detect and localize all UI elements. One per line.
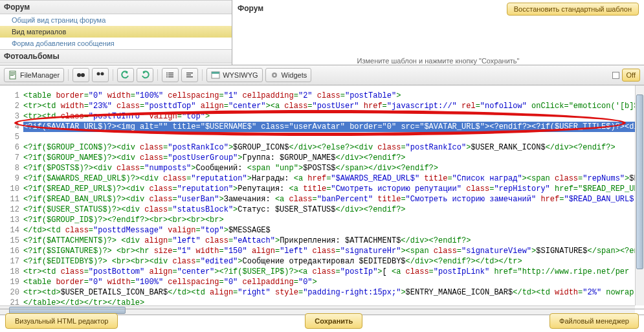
file-manager-label: FileManager (20, 71, 60, 79)
file-manager-button[interactable]: FileManager (4, 68, 64, 82)
wysiwyg-icon (211, 71, 220, 80)
svg-point-6 (97, 72, 100, 76)
svg-rect-3 (10, 75, 14, 76)
toolbar-sep (202, 69, 203, 81)
redo-button[interactable] (137, 68, 153, 82)
code-line[interactable]: </td><td class="posttdMessage" valign="t… (23, 225, 644, 236)
editor-toolbar: FileManager WYSIWYG Widgets Off (0, 65, 644, 85)
save-button[interactable]: Сохранить (305, 313, 362, 329)
code-line[interactable]: <tr><td>$USER_DETAILS_ICON_BAR$</td><td … (23, 287, 644, 298)
svg-rect-14 (186, 72, 193, 74)
widgets-label: Widgets (282, 71, 307, 79)
toolbar-sep (68, 69, 69, 81)
file-icon (8, 71, 17, 80)
undo-icon (121, 71, 130, 80)
code-line[interactable]: <?if($READ_REP_URL$)?><div class="reputa… (23, 184, 644, 194)
svg-rect-15 (186, 74, 191, 76)
code-line[interactable]: <?if($AVATAR_URL$)?><img alt="" title="$… (23, 122, 644, 132)
svg-rect-10 (168, 76, 173, 78)
section-forum[interactable]: Форум (0, 0, 232, 14)
scroll-thumb-v[interactable] (636, 94, 643, 269)
svg-point-12 (166, 74, 168, 76)
widgets-button[interactable]: Widgets (265, 68, 312, 82)
svg-rect-1 (10, 72, 15, 73)
svg-point-13 (166, 76, 168, 78)
svg-point-7 (101, 72, 104, 76)
align-button[interactable] (181, 68, 198, 82)
bottom-bar: Визуальный HTML редактор Сохранить Файло… (0, 309, 644, 332)
line-numbers: 123456789101112131415161718192021 (0, 85, 23, 315)
wysiwyg-button[interactable]: WYSIWYG (206, 68, 262, 82)
binoculars-icon (76, 71, 85, 80)
toolbar-sep (157, 69, 158, 81)
code-line[interactable]: <?if($EDITEDBY$)?> <br><br><div class="e… (23, 256, 644, 267)
replace-icon (96, 71, 105, 80)
code-line[interactable]: <?if($POSTS$)?><div class="numposts">Соо… (23, 163, 644, 173)
redo-icon (140, 71, 150, 80)
visual-editor-button[interactable]: Визуальный HTML редактор (5, 313, 118, 329)
wysiwyg-label: WYSIWYG (223, 71, 258, 79)
svg-rect-9 (168, 74, 173, 76)
code-line[interactable]: <?if($GROUP_ID$)?><?endif?><br><br><br><… (23, 215, 644, 225)
code-line[interactable]: <?if($AWARDS_READ_URL$)?><div class="rep… (23, 173, 644, 184)
svg-rect-16 (186, 76, 193, 78)
code-line[interactable]: <?if($GROUP_NAME$)?><div class="postUser… (23, 153, 644, 163)
svg-point-11 (166, 72, 168, 74)
hint-text: Измените шаблон и нажмите кнопку "Сохран… (238, 57, 639, 65)
code-line[interactable]: <table border="0" width="100%" cellspaci… (23, 91, 644, 101)
code-line[interactable] (23, 132, 644, 142)
toggle-checkbox[interactable] (612, 72, 619, 79)
section-photo[interactable]: Фотоальбомы (0, 49, 232, 63)
info-panel: Форум Восстановить стандартный шаблон Из… (232, 0, 644, 65)
svg-rect-2 (10, 74, 15, 74)
restore-template-button[interactable]: Восстановить стандартный шаблон (507, 3, 639, 16)
svg-point-5 (81, 73, 85, 77)
svg-rect-8 (168, 72, 173, 74)
code-line[interactable]: <tr><td class="postTdInfo" valign="top"> (23, 111, 644, 122)
tree-item-addform[interactable]: Форма добавления сообщения (0, 38, 232, 49)
file-manager-bottom-button[interactable]: Файловый менеджер (550, 313, 639, 329)
code-area[interactable]: <table border="0" width="100%" cellspaci… (23, 85, 644, 315)
svg-rect-18 (212, 72, 219, 74)
list-icon (166, 71, 175, 80)
align-icon (185, 71, 194, 80)
sidebar: Форум Общий вид страниц форума Вид матер… (0, 0, 232, 65)
off-button[interactable]: Off (622, 69, 640, 82)
toolbar-sep (113, 69, 113, 81)
undo-button[interactable] (117, 68, 134, 82)
search-button[interactable] (72, 68, 89, 82)
code-line[interactable]: <tr><td class="postBottom" align="center… (23, 267, 644, 277)
tree-item-overview[interactable]: Общий вид страниц форума (0, 14, 232, 26)
code-line[interactable]: <tr><td width="23%" class="posttdTop" al… (23, 101, 644, 111)
list-button[interactable] (162, 68, 179, 82)
code-line[interactable]: <?if($READ_BAN_URL$)?><div class="userBa… (23, 194, 644, 205)
svg-point-20 (273, 74, 275, 76)
code-editor[interactable]: 123456789101112131415161718192021 <table… (0, 85, 644, 315)
svg-point-4 (77, 73, 81, 77)
replace-button[interactable] (92, 68, 109, 82)
gear-icon (270, 71, 279, 80)
tree-item-materials[interactable]: Вид материалов (0, 26, 232, 38)
top-panel: Форум Общий вид страниц форума Вид матер… (0, 0, 644, 65)
code-line[interactable]: <?if($GROUP_ICON$)?><div class="postRank… (23, 142, 644, 153)
code-line[interactable]: <?if($ATTACHMENT$)?> <div align="left" c… (23, 236, 644, 246)
vertical-scrollbar[interactable] (635, 85, 644, 305)
code-line[interactable]: <table border="0" width="100%" cellspaci… (23, 277, 644, 287)
code-line[interactable]: <?if($SIGNATURE$)?> <br><hr size="1" wid… (23, 246, 644, 256)
code-line[interactable]: <?if($USER_STATUS$)?><div class="statusB… (23, 205, 644, 215)
